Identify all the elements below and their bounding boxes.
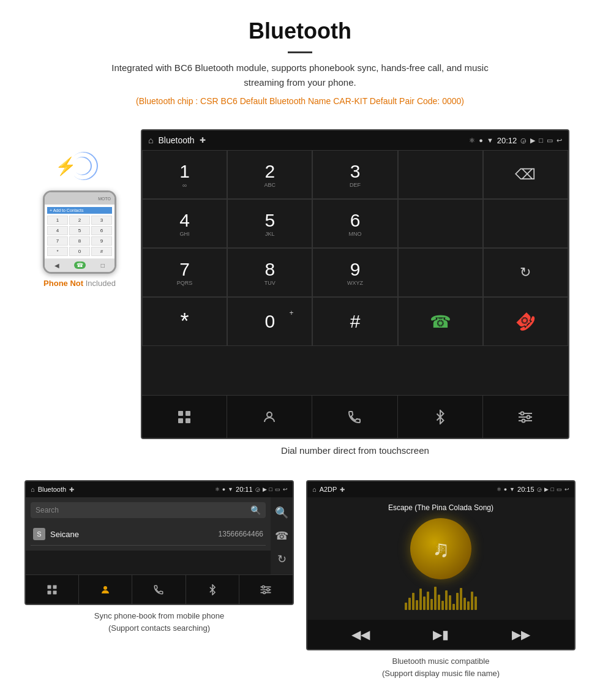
dial-key-6[interactable]: 6 MNO bbox=[312, 199, 397, 248]
next-track-icon[interactable]: ▶▶ bbox=[512, 627, 530, 642]
music-bt-icon: ⚛ bbox=[497, 486, 501, 492]
phone-screen: + Add to Contacts 1 2 3 4 5 6 7 8 9 * 0 … bbox=[45, 205, 114, 258]
pb-time: 20:11 bbox=[236, 486, 253, 493]
dial-call-green[interactable]: ☎ bbox=[398, 297, 483, 346]
vis-bar-2 bbox=[408, 598, 411, 610]
svg-point-21 bbox=[263, 591, 266, 593]
dial-key-9[interactable]: 9 WXYZ bbox=[312, 248, 397, 297]
music-title: A2DP bbox=[320, 486, 337, 493]
nav-contacts[interactable] bbox=[227, 396, 312, 438]
vis-bar-13 bbox=[449, 595, 451, 610]
pb-status-left: ⌂ Bluetooth ✚ bbox=[31, 486, 74, 493]
music-x-icon: □ bbox=[551, 486, 554, 492]
pb-home-icon[interactable]: ⌂ bbox=[31, 486, 35, 493]
signal-status-icon: ▼ bbox=[487, 137, 493, 144]
location-status-icon: ● bbox=[479, 137, 483, 144]
pb-vol-icon: ▶ bbox=[263, 486, 267, 492]
contact-row[interactable]: S Seicane 13566664466 bbox=[31, 523, 266, 546]
wave-2 bbox=[64, 146, 103, 186]
phonebook-screenshot: ⌂ Bluetooth ✚ ⚛ ● ▼ 20:11 ◶ ▶ □ ▭ ↩ bbox=[24, 480, 294, 679]
prev-track-icon[interactable]: ◀◀ bbox=[351, 627, 370, 642]
call-button[interactable]: ☎ bbox=[74, 262, 86, 269]
pb-nav-person[interactable] bbox=[79, 575, 132, 604]
dial-key-0[interactable]: 0 + bbox=[227, 297, 312, 346]
back-icon: ◀ bbox=[54, 262, 59, 269]
phone-keypad: 1 2 3 4 5 6 7 8 9 * 0 # bbox=[47, 216, 112, 256]
svg-point-10 bbox=[522, 419, 525, 422]
dial-refresh[interactable]: ↻ bbox=[483, 248, 568, 297]
phonebook-frame: ⌂ Bluetooth ✚ ⚛ ● ▼ 20:11 ◶ ▶ □ ▭ ↩ bbox=[24, 480, 294, 605]
phone-brand: MOTO bbox=[98, 197, 111, 201]
nav-grid[interactable] bbox=[142, 396, 227, 438]
song-title: Escape (The Pina Colada Song) bbox=[388, 503, 493, 512]
dial-cell-empty-1 bbox=[398, 150, 483, 199]
phonebook-caption: Sync phone-book from mobile phone (Suppo… bbox=[24, 610, 294, 634]
svg-rect-13 bbox=[48, 590, 51, 594]
phonebook-main: Search 🔍 S Seicane 13566664466 🔍 ☎ ↻ bbox=[26, 497, 293, 574]
svg-rect-11 bbox=[48, 585, 51, 589]
contact-name: Seicane bbox=[50, 530, 219, 539]
pb-nav-bt[interactable] bbox=[186, 575, 239, 604]
svg-rect-14 bbox=[53, 590, 57, 594]
play-pause-icon[interactable]: ▶▮ bbox=[433, 627, 449, 642]
dial-key-8[interactable]: 8 TUV bbox=[227, 248, 312, 297]
visualizer bbox=[313, 585, 568, 610]
phone-key-2: 2 bbox=[69, 216, 90, 225]
vis-bar-14 bbox=[452, 604, 455, 610]
pb-side-phone[interactable]: ☎ bbox=[275, 529, 288, 543]
pb-nav-settings[interactable] bbox=[239, 575, 293, 604]
music-loc-icon: ● bbox=[504, 486, 507, 492]
dial-key-4[interactable]: 4 GHI bbox=[142, 199, 227, 248]
dial-cell-empty-4 bbox=[398, 248, 483, 297]
music-caption: Bluetooth music compatible (Support disp… bbox=[306, 655, 576, 679]
dial-backspace[interactable]: ⌫ bbox=[483, 150, 568, 199]
car-screen-frame: ⌂ Bluetooth ✚ ⚛ ● ▼ 20:12 ◶ ▶ □ ▭ ↩ bbox=[141, 129, 569, 439]
vis-bar-12 bbox=[445, 590, 448, 610]
dial-key-2[interactable]: 2 ABC bbox=[227, 150, 312, 199]
pb-nav-grid[interactable] bbox=[26, 575, 79, 604]
phone-illustration: ⚡ MOTO + Add to Contacts 1 2 3 4 5 6 7 8 bbox=[31, 129, 129, 288]
pb-title: Bluetooth bbox=[38, 486, 66, 493]
music-home-icon[interactable]: ⌂ bbox=[312, 486, 317, 493]
pb-status-right: ⚛ ● ▼ 20:11 ◶ ▶ □ ▭ ↩ bbox=[215, 486, 288, 493]
dial-key-star[interactable]: * bbox=[142, 297, 227, 346]
phone-not: Phone Not bbox=[43, 279, 83, 288]
music-screenshot: ⌂ A2DP ✚ ⚛ ● ▼ 20:15 ◶ ▶ □ ▭ ↩ Es bbox=[306, 480, 576, 679]
home-status-icon[interactable]: ⌂ bbox=[148, 135, 153, 145]
car-bottom-nav bbox=[142, 395, 568, 438]
dial-key-hash[interactable]: # bbox=[312, 297, 397, 346]
nav-settings[interactable] bbox=[483, 396, 568, 438]
search-bar[interactable]: Search 🔍 bbox=[31, 502, 266, 518]
svg-rect-12 bbox=[53, 585, 57, 589]
svg-rect-0 bbox=[178, 411, 183, 416]
pb-side-refresh[interactable]: ↻ bbox=[277, 552, 287, 566]
phonebook-content: Search 🔍 S Seicane 13566664466 bbox=[26, 497, 271, 551]
vis-bar-19 bbox=[471, 592, 473, 610]
nav-bluetooth[interactable] bbox=[398, 396, 483, 438]
phone-key-5: 5 bbox=[69, 226, 90, 235]
dial-call-red[interactable]: ☎ bbox=[483, 297, 568, 346]
pb-loc-icon: ● bbox=[222, 486, 225, 492]
svg-rect-2 bbox=[178, 418, 183, 423]
dial-key-3[interactable]: 3 DEF bbox=[312, 150, 397, 199]
dial-key-5[interactable]: 5 JKL bbox=[227, 199, 312, 248]
search-icon[interactable]: 🔍 bbox=[250, 505, 261, 515]
page-description: Integrated with BC6 Bluetooth module, su… bbox=[92, 61, 508, 90]
volume-status-icon: ▶ bbox=[530, 137, 535, 145]
camera-status-icon: ◶ bbox=[520, 137, 527, 145]
music-vol-icon: ▶ bbox=[544, 486, 549, 492]
phonebook-status-bar: ⌂ Bluetooth ✚ ⚛ ● ▼ 20:11 ◶ ▶ □ ▭ ↩ bbox=[26, 481, 293, 497]
svg-rect-3 bbox=[186, 418, 190, 423]
music-status-bar: ⌂ A2DP ✚ ⚛ ● ▼ 20:15 ◶ ▶ □ ▭ ↩ bbox=[307, 481, 574, 497]
nav-phone[interactable] bbox=[312, 396, 397, 438]
album-bt-overlay: ⚛ bbox=[435, 541, 446, 556]
vis-bar-1 bbox=[405, 603, 407, 610]
pb-nav-phone[interactable] bbox=[132, 575, 186, 604]
pb-side-search[interactable]: 🔍 bbox=[275, 506, 288, 519]
vis-bar-7 bbox=[427, 592, 429, 610]
dial-cell-empty-2 bbox=[398, 199, 483, 248]
dial-key-1[interactable]: 1 ∞ bbox=[142, 150, 227, 199]
dial-key-7[interactable]: 7 PQRS bbox=[142, 248, 227, 297]
pb-sidebar: 🔍 ☎ ↻ bbox=[271, 497, 293, 574]
phone-key-9: 9 bbox=[91, 236, 112, 246]
